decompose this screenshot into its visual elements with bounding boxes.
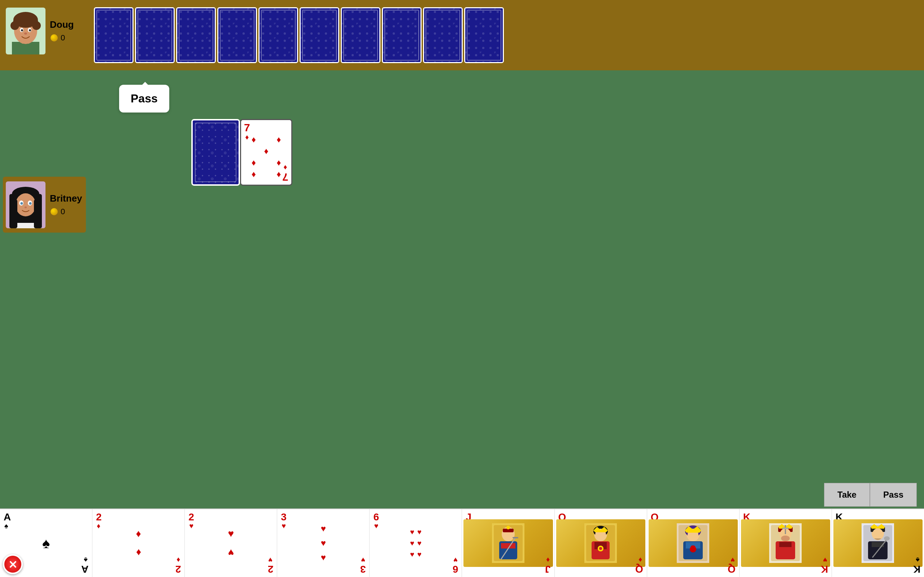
center-cards-area: 7 ♦ 7 ♦ ♦ ♦ ♦ ♦ ♦ ♦ [191,119,292,186]
opponent-cards [94,3,505,65]
card-rank-tl: 7 [244,122,250,133]
pip-row4: ♦ ♦ [241,169,291,179]
pip-row3: ♦ ♦ [241,158,291,168]
center-card-7diamonds: 7 ♦ 7 ♦ ♦ ♦ ♦ ♦ ♦ ♦ [240,119,292,186]
pip-row2: ♦ [241,146,291,156]
doug-avatar-image [6,8,45,55]
opponent-card-7 [341,7,380,63]
svg-point-13 [29,29,31,31]
svg-point-14 [24,32,27,35]
svg-point-8 [13,18,20,26]
britney-name: Britney [50,193,82,204]
svg-point-9 [31,18,38,26]
opponent-card-4 [217,7,257,63]
doug-coins: 0 [50,33,74,43]
svg-point-25 [21,202,23,205]
britney-avatar-image [6,181,45,228]
britney-info: Britney 0 [50,193,82,216]
svg-rect-28 [10,200,17,228]
player-panel-doug: Doug 0 [3,3,86,59]
player-panel-britney: Britney 0 [3,177,86,233]
svg-point-27 [24,206,27,208]
opponent-card-9 [423,7,463,63]
opponent-card-2 [135,7,175,63]
avatar-doug [6,8,45,55]
opponent-card-10 [464,7,504,63]
opponent-card-6 [300,7,339,63]
svg-point-22 [16,193,36,216]
opponent-card-8 [382,7,422,63]
pip-row1: ♦ ♦ [241,134,291,145]
opponent-card-1 [94,7,134,63]
opponent-card-5 [258,7,298,63]
svg-rect-29 [34,200,42,228]
coin-icon-doug [50,34,58,42]
doug-name: Doug [50,19,74,30]
doug-coin-count: 0 [61,33,65,43]
speech-bubble: Pass [119,85,169,113]
britney-coins: 0 [50,207,82,216]
coin-icon-britney [50,207,58,216]
avatar-britney [6,181,45,228]
britney-coin-count: 0 [61,207,65,216]
center-card-back [191,119,240,186]
doug-info: Doug 0 [50,19,74,43]
card-pips: ♦ ♦ ♦ ♦ ♦ ♦ ♦ [241,134,291,171]
opponent-card-3 [176,7,216,63]
svg-point-12 [21,29,23,31]
svg-point-26 [29,202,32,205]
speech-bubble-text: Pass [131,92,158,105]
